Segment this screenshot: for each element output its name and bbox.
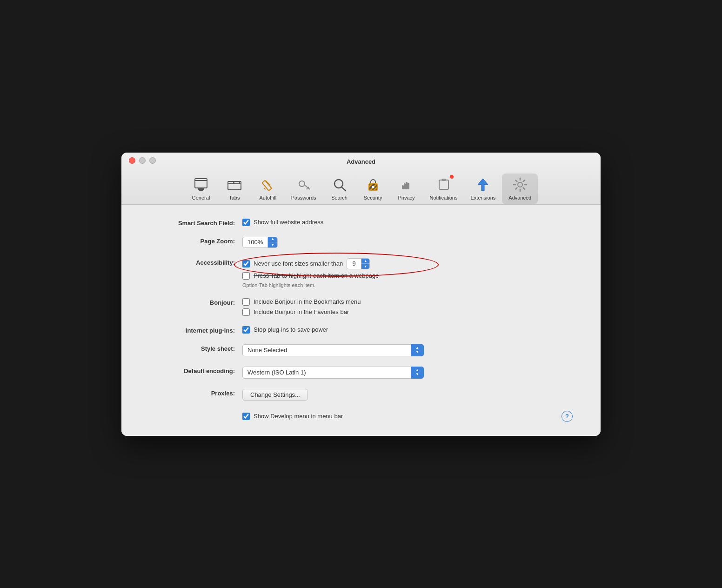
toolbar-label-general: General	[192, 195, 210, 200]
bonjour-bookmarks-row: Include Bonjour in the Bookmarks menu	[242, 298, 361, 306]
bonjour-row: Bonjour: Include Bonjour in the Bookmark…	[149, 298, 573, 316]
smart-search-checkbox[interactable]	[242, 219, 250, 226]
accessibility-font-label: Never use font sizes smaller than	[254, 260, 343, 267]
style-sheet-select[interactable]: None Selected Other...	[242, 344, 424, 356]
smart-search-row: Smart Search Field: Show full website ad…	[149, 219, 573, 227]
toolbar-label-extensions: Extensions	[470, 195, 495, 200]
accessibility-helper-text: Option-Tab highlights each item.	[242, 282, 315, 288]
font-size-stepper[interactable]: 9 ▲ ▼	[347, 258, 370, 269]
toolbar-item-autofill[interactable]: AutoFill	[251, 174, 285, 204]
style-sheet-row: Style sheet: None Selected Other... ▲ ▼	[149, 344, 573, 356]
toolbar-item-extensions[interactable]: Extensions	[464, 174, 502, 204]
privacy-icon	[398, 176, 415, 193]
svg-line-40	[515, 187, 517, 189]
accessibility-tab-checkbox[interactable]	[242, 272, 250, 280]
passwords-icon	[295, 176, 312, 193]
default-encoding-select[interactable]: Western (ISO Latin 1) UTF-8 UTF-16	[242, 367, 424, 379]
font-size-value: 9	[347, 259, 361, 268]
internet-plugins-checkbox-label: Stop plug-ins to save power	[254, 326, 328, 333]
internet-plugins-checkbox[interactable]	[242, 326, 250, 334]
svg-point-23	[372, 186, 374, 188]
bonjour-bookmarks-label: Include Bonjour in the Bookmarks menu	[254, 298, 361, 305]
svg-rect-2	[198, 188, 204, 190]
toolbar-label-advanced: Advanced	[508, 195, 531, 200]
general-icon	[193, 176, 209, 193]
smart-search-control-row: Show full website address	[242, 219, 323, 226]
default-encoding-label: Default encoding:	[149, 367, 242, 374]
bonjour-favorites-row: Include Bonjour in the Favorites bar	[242, 308, 361, 316]
style-sheet-control: None Selected Other... ▲ ▼	[242, 344, 424, 356]
svg-line-14	[307, 188, 308, 189]
zoom-down-arrow[interactable]: ▼	[268, 242, 277, 248]
svg-rect-1	[195, 180, 207, 181]
accessibility-tab-label: Press Tab to highlight each item on a we…	[254, 272, 379, 279]
accessibility-row: Accessibility: Never use font sizes smal…	[149, 258, 573, 288]
bonjour-bookmarks-checkbox[interactable]	[242, 298, 250, 306]
preferences-window: Advanced General	[121, 153, 601, 436]
accessibility-font-checkbox[interactable]	[242, 260, 250, 267]
accessibility-control: Never use font sizes smaller than 9 ▲ ▼ …	[242, 258, 379, 288]
settings-content: Smart Search Field: Show full website ad…	[121, 205, 601, 436]
notification-badge	[449, 174, 454, 179]
svg-line-16	[341, 187, 346, 191]
toolbar-label-privacy: Privacy	[398, 195, 415, 200]
page-zoom-row: Page Zoom: 100% ▲ ▼	[149, 237, 573, 248]
default-encoding-control: Western (ISO Latin 1) UTF-8 UTF-16 ▲ ▼	[242, 367, 424, 379]
accessibility-label: Accessibility:	[149, 258, 242, 266]
default-encoding-dropdown-wrapper: Western (ISO Latin 1) UTF-8 UTF-16 ▲ ▼	[242, 367, 424, 379]
accessibility-tab-row: Press Tab to highlight each item on a we…	[242, 272, 379, 280]
svg-line-37	[515, 180, 517, 181]
window-title: Advanced	[129, 158, 593, 165]
svg-rect-29	[439, 180, 448, 189]
zoom-arrows: ▲ ▼	[267, 237, 277, 248]
toolbar-item-general[interactable]: General	[184, 174, 218, 204]
internet-plugins-control: Stop plug-ins to save power	[242, 326, 328, 334]
bonjour-favorites-checkbox[interactable]	[242, 308, 250, 316]
toolbar-item-advanced[interactable]: Advanced	[502, 174, 538, 204]
develop-menu-control: Show Develop menu in menu bar	[242, 413, 343, 420]
proxies-change-settings-button[interactable]: Change Settings...	[242, 389, 308, 401]
svg-line-13	[308, 187, 309, 188]
svg-marker-31	[478, 179, 488, 191]
zoom-up-arrow[interactable]: ▲	[268, 237, 277, 243]
develop-menu-checkbox[interactable]	[242, 413, 250, 420]
page-zoom-label: Page Zoom:	[149, 237, 242, 245]
toolbar-label-search: Search	[331, 195, 348, 200]
svg-rect-28	[402, 187, 409, 189]
toolbar-label-tabs: Tabs	[229, 195, 240, 200]
tabs-icon	[226, 176, 243, 193]
svg-point-32	[518, 182, 522, 187]
internet-plugins-control-row: Stop plug-ins to save power	[242, 326, 328, 334]
toolbar-item-passwords[interactable]: Passwords	[285, 174, 323, 204]
bonjour-control: Include Bonjour in the Bookmarks menu In…	[242, 298, 361, 316]
font-size-up-arrow[interactable]: ▲	[361, 259, 369, 264]
toolbar-item-privacy[interactable]: Privacy	[390, 174, 423, 204]
smart-search-label: Smart Search Field:	[149, 219, 242, 227]
develop-menu-label: Show Develop menu in menu bar	[254, 413, 343, 420]
proxies-row: Proxies: Change Settings...	[149, 389, 573, 401]
toolbar-label-notifications: Notifications	[430, 195, 458, 200]
titlebar: Advanced General	[121, 153, 601, 205]
font-size-down-arrow[interactable]: ▼	[361, 264, 369, 269]
advanced-icon	[512, 176, 528, 193]
toolbar-item-tabs[interactable]: Tabs	[218, 174, 251, 204]
toolbar-label-passwords: Passwords	[291, 195, 316, 200]
toolbar-item-notifications[interactable]: Notifications	[423, 174, 464, 204]
bonjour-favorites-label: Include Bonjour in the Favorites bar	[254, 308, 349, 315]
svg-rect-4	[228, 181, 241, 190]
zoom-stepper[interactable]: 100% ▲ ▼	[242, 237, 278, 248]
extensions-icon	[475, 176, 491, 193]
internet-plugins-row: Internet plug-ins: Stop plug-ins to save…	[149, 326, 573, 334]
toolbar-item-security[interactable]: Security	[356, 174, 390, 204]
toolbar-item-search[interactable]: Search	[323, 174, 356, 204]
toolbar: General Tabs	[184, 170, 538, 204]
page-zoom-control: 100% ▲ ▼	[242, 237, 278, 248]
smart-search-control: Show full website address	[242, 219, 323, 226]
proxies-control: Change Settings...	[242, 389, 308, 401]
smart-search-checkbox-label: Show full website address	[254, 219, 323, 226]
help-button[interactable]: ?	[562, 411, 573, 422]
develop-menu-row: Show Develop menu in menu bar ?	[149, 411, 573, 422]
security-icon	[365, 176, 381, 193]
internet-plugins-label: Internet plug-ins:	[149, 326, 242, 334]
accessibility-helper-row: Option-Tab highlights each item.	[242, 282, 379, 288]
